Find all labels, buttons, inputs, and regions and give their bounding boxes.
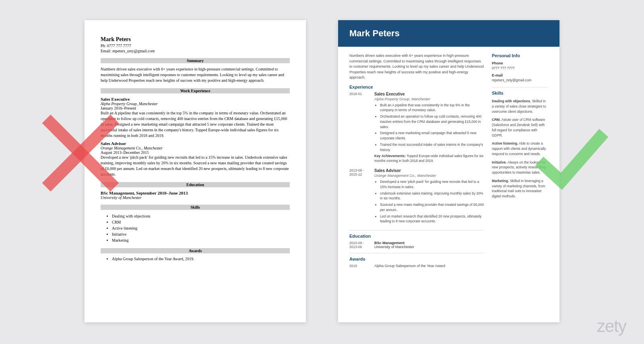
left-awards-header: Awards bbox=[101, 248, 290, 253]
left-job-0-body: Built an A pipeline that was consistentl… bbox=[101, 110, 290, 139]
left-job-1-title: Sales Advisor bbox=[101, 141, 290, 146]
exp-row-0: 2016-01 Sales Executive Alpha Property G… bbox=[349, 92, 484, 164]
skill-title: CRM. bbox=[492, 118, 501, 122]
list-item: Led on market research that identified 2… bbox=[380, 214, 484, 224]
watermark-logo: zety bbox=[597, 317, 626, 336]
sidebar-phone-value: 0777 777 7777 bbox=[492, 66, 548, 70]
exp-1-content: Sales Advisor Orange Management Co., Man… bbox=[374, 168, 484, 225]
left-job-0-title: Sales Executive bbox=[101, 97, 290, 102]
right-sidebar: Personal Info Phone 0777 777 7777 E-mail… bbox=[492, 53, 548, 268]
exp-1-title: Sales Advisor bbox=[374, 168, 484, 173]
exp-1-company: Orange Management Co., Manchester bbox=[374, 174, 484, 178]
list-item: Alpha Group Salesperson of the Year Awar… bbox=[112, 257, 290, 261]
right-experience-title: Experience bbox=[349, 85, 484, 89]
list-item: Orchestrated an operation to follow up c… bbox=[380, 114, 484, 129]
list-item: Active listening bbox=[112, 225, 290, 231]
exp-0-bullets: Built an A pipeline that was consistentl… bbox=[374, 103, 484, 153]
list-item: Built an A pipeline that was consistentl… bbox=[380, 103, 484, 113]
good-resume-page: Mark Peters Numbers driven sales executi… bbox=[338, 20, 559, 322]
left-edu-title: BSc Management, September 2010–June 2013 bbox=[101, 191, 290, 195]
skill-item: CRM. Astute user of CRM software (Salesf… bbox=[492, 117, 548, 138]
edu-row: 2010-09 - 2013-06 BSc Management Univers… bbox=[349, 241, 484, 249]
left-edu-univ: University of Manchester bbox=[101, 195, 290, 200]
skill-item: Dealing with objections. Skilled in a va… bbox=[492, 99, 548, 114]
right-summary: Numbers driven sales executive with 6+ y… bbox=[349, 53, 484, 81]
exp-0-key: Key Achievements: Topped Europe-wide ind… bbox=[374, 154, 484, 164]
awards-text: Alpha Group Salesperson of the Year Awar… bbox=[374, 264, 484, 268]
exp-1-date: 2013-08 - 2015-12 bbox=[349, 168, 369, 225]
right-header-bar: Mark Peters bbox=[338, 20, 559, 47]
list-item: Marketing bbox=[112, 237, 290, 243]
exp-0-date: 2016-01 bbox=[349, 92, 369, 164]
bad-resume-page: Mark Peters Ph: 0777 777 7777 Email: mpe… bbox=[85, 20, 306, 322]
list-item: Designed a new marketing email campaign … bbox=[380, 131, 484, 141]
sidebar-phone-label: Phone bbox=[492, 61, 548, 65]
left-name: Mark Peters bbox=[101, 36, 290, 43]
sidebar-personal-title: Personal Info bbox=[492, 53, 548, 58]
left-work-header: Work Experience bbox=[101, 88, 290, 93]
left-summary-text: Numbers driven sales executive with 6+ y… bbox=[101, 66, 290, 83]
list-item: Dealing with objections bbox=[112, 213, 290, 219]
left-skills-header: Skills bbox=[101, 205, 290, 210]
awards-date: 2019 bbox=[349, 264, 369, 268]
left-education-header: Education bbox=[101, 182, 290, 187]
sidebar-skills-title: Skills bbox=[492, 87, 548, 95]
skill-item: Active listening. Able to create a rappo… bbox=[492, 141, 548, 156]
exp-0-company: Alpha Property Group, Manchester bbox=[374, 97, 484, 101]
skill-title: Active listening. bbox=[492, 141, 518, 145]
awards-row: 2019 Alpha Group Salesperson of the Year… bbox=[349, 264, 484, 268]
left-job-1-dates: August 2013–December 2015 bbox=[101, 150, 290, 155]
left-job-0-company: Alpha Property Group, Manchester bbox=[101, 102, 290, 106]
left-job-1-company: Orange Management Co., Manchester bbox=[101, 146, 290, 150]
right-name: Mark Peters bbox=[349, 28, 548, 39]
sidebar-email-label: E-mail bbox=[492, 73, 548, 77]
left-awards-list: Alpha Group Salesperson of the Year Awar… bbox=[101, 257, 290, 261]
left-job-0-dates: January 2016–Present bbox=[101, 106, 290, 110]
edu-content: BSc Management University of Manchester bbox=[374, 241, 484, 249]
edu-date: 2010-09 - 2013-06 bbox=[349, 241, 369, 249]
list-item: Developed a new 'pitch pack' for guiding… bbox=[380, 179, 484, 190]
list-item: Trained the most successful intake of sa… bbox=[380, 142, 484, 153]
list-item: Sourced a new mass mailing provider that… bbox=[380, 202, 484, 213]
sidebar-email-value: mpeters_zety@gmail.com bbox=[492, 78, 548, 82]
skill-item: Marketing. Skilled in leveraging a varie… bbox=[492, 178, 548, 199]
left-job-1-body: Developed a new 'pitch pack' for guiding… bbox=[101, 155, 290, 177]
skill-title: Marketing. bbox=[492, 179, 509, 183]
key-label: Key Achievements: bbox=[374, 154, 406, 158]
list-item: Initiative bbox=[112, 231, 290, 237]
right-education-title: Education bbox=[349, 230, 484, 238]
list-item: Undertook extensive sales training, impr… bbox=[380, 191, 484, 201]
right-body: Numbers driven sales executive with 6+ y… bbox=[338, 47, 559, 274]
exp-row-1: 2013-08 - 2015-12 Sales Advisor Orange M… bbox=[349, 168, 484, 225]
exp-0-title: Sales Executive bbox=[374, 92, 484, 96]
exp-0-content: Sales Executive Alpha Property Group, Ma… bbox=[374, 92, 484, 164]
edu-univ: University of Manchester bbox=[374, 245, 484, 249]
left-summary-header: Summary bbox=[101, 58, 290, 63]
skill-item: Initiative. Always on the lookout for ne… bbox=[492, 160, 548, 175]
skill-title: Dealing with objections. bbox=[492, 99, 531, 103]
left-skills-list: Dealing with objections CRM Active liste… bbox=[101, 213, 290, 243]
skill-title: Initiative. bbox=[492, 160, 507, 164]
right-main-col: Numbers driven sales executive with 6+ y… bbox=[349, 53, 484, 268]
list-item: CRM bbox=[112, 219, 290, 225]
left-phone: Ph: 0777 777 7777 bbox=[101, 44, 290, 48]
comparison-container: Mark Peters Ph: 0777 777 7777 Email: mpe… bbox=[0, 0, 644, 322]
left-email: Email: mpeters_zety@gmail.com bbox=[101, 49, 290, 53]
right-awards-title: Awards bbox=[349, 253, 484, 261]
exp-1-bullets: Developed a new 'pitch pack' for guiding… bbox=[374, 179, 484, 224]
edu-degree: BSc Management bbox=[374, 241, 484, 245]
